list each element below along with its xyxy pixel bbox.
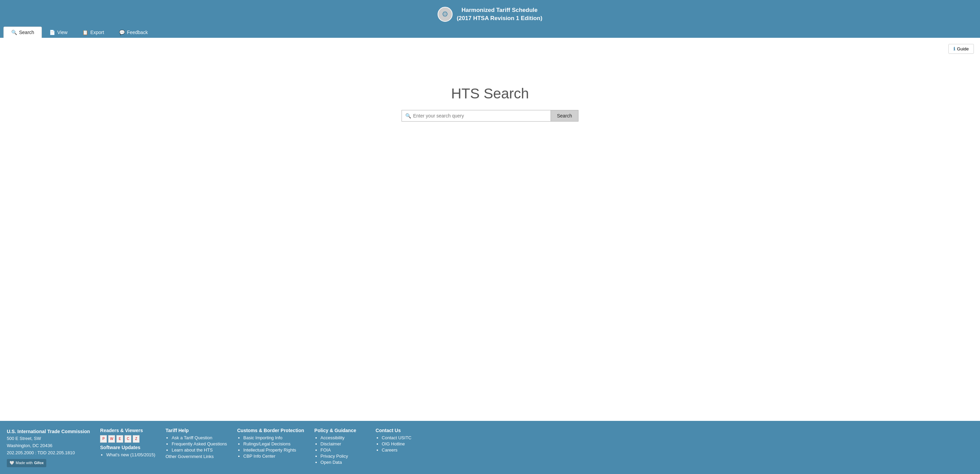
made-with-badge: 🤍 Made with Gifox — [7, 459, 46, 467]
tab-search[interactable]: 🔍 Search — [3, 27, 42, 38]
header-line2: (2017 HTSA Revision 1 Edition) — [457, 15, 542, 21]
csv-icon: C — [124, 435, 131, 443]
footer-contact-col: Contact Us Contact USITC OIG Hotline Car… — [375, 428, 427, 467]
tab-feedback-label: Feedback — [127, 30, 148, 35]
other-gov-links[interactable]: Other Government Links — [165, 454, 227, 459]
contact-title: Contact Us — [375, 428, 427, 433]
other-gov-link[interactable]: Other Government Links — [165, 454, 214, 459]
list-item: Learn about the HTS — [172, 447, 227, 453]
list-item: Careers — [382, 447, 427, 453]
footer-arrow — [486, 416, 494, 421]
open-data-link[interactable]: Open Data — [321, 460, 342, 465]
doc-icon: W — [108, 435, 115, 443]
info-icon: ℹ — [953, 46, 955, 51]
address2: Washington, DC 20436 — [7, 442, 90, 450]
list-item: Ask a Tariff Question — [172, 435, 227, 440]
careers-link[interactable]: Careers — [382, 447, 398, 453]
gifox-label: Gifox — [34, 460, 43, 466]
list-item: Rulings/Legal Decisions — [243, 441, 304, 447]
zip-icon: Z — [133, 435, 140, 443]
org-name: U.S. International Trade Commission — [7, 428, 90, 435]
software-updates-list: What's new (11/05/2015) — [100, 452, 155, 457]
header: ⚙ Harmonized Tariff Schedule (2017 HTSA … — [0, 0, 980, 38]
search-button[interactable]: Search — [550, 110, 579, 121]
customs-title: Customs & Border Protection — [237, 428, 304, 433]
header-title-block: ⚙ Harmonized Tariff Schedule (2017 HTSA … — [438, 3, 542, 26]
export-icon: 📋 — [82, 30, 88, 35]
whats-new-link[interactable]: What's new (11/05/2015) — [106, 452, 155, 457]
search-input-wrapper: 🔍 — [401, 110, 550, 121]
contact-usitc-link[interactable]: Contact USITC — [382, 435, 411, 440]
readers-title: Readers & Viewers — [100, 428, 155, 433]
search-icon: 🔍 — [11, 30, 17, 35]
pdf-icon: P — [100, 435, 107, 443]
list-item: OIG Hotline — [382, 441, 427, 447]
list-item: Accessibility — [321, 435, 366, 440]
list-item: Privacy Policy — [321, 453, 366, 459]
list-item: Intellectual Property Rights — [243, 447, 304, 453]
search-bar: 🔍 Search — [401, 110, 579, 121]
ipr-link[interactable]: Intellectual Property Rights — [243, 447, 296, 453]
xls-icon: E — [116, 435, 123, 443]
faq-link[interactable]: Frequently Asked Questions — [172, 441, 227, 447]
list-item: Contact USITC — [382, 435, 427, 440]
tab-view-label: View — [57, 30, 67, 35]
made-with-label: Made with — [16, 460, 33, 466]
search-input[interactable] — [413, 113, 547, 118]
view-icon: 📄 — [49, 30, 55, 35]
feedback-icon: 💬 — [119, 30, 125, 35]
contact-list: Contact USITC OIG Hotline Careers — [375, 435, 427, 453]
software-updates-title: Software Updates — [100, 445, 155, 450]
oig-hotline-link[interactable]: OIG Hotline — [382, 441, 405, 447]
accessibility-link[interactable]: Accessibility — [321, 435, 345, 440]
search-magnifier-icon: 🔍 — [405, 113, 411, 118]
footer-usitc-col: U.S. International Trade Commission 500 … — [7, 428, 90, 467]
policy-list: Accessibility Disclaimer FOIA Privacy Po… — [314, 435, 366, 465]
foia-link[interactable]: FOIA — [321, 447, 331, 453]
footer-address: U.S. International Trade Commission 500 … — [7, 428, 90, 467]
guide-button[interactable]: ℹ Guide — [948, 44, 974, 54]
guide-label: Guide — [957, 46, 969, 51]
tab-search-label: Search — [19, 30, 34, 35]
footer-customs-col: Customs & Border Protection Basic Import… — [237, 428, 304, 467]
phone: 202.205.2000 : TDD 202.205.1810 — [7, 450, 90, 456]
tariff-help-list: Ask a Tariff Question Frequently Asked Q… — [165, 435, 227, 453]
list-item: Open Data — [321, 460, 366, 465]
reader-icons: P W E C Z — [100, 435, 155, 443]
tab-feedback[interactable]: 💬 Feedback — [111, 27, 155, 38]
list-item: CBP Info Center — [243, 453, 304, 459]
list-item: FOIA — [321, 447, 366, 453]
customs-list: Basic Importing Info Rulings/Legal Decis… — [237, 435, 304, 459]
main-content: ℹ Guide HTS Search 🔍 Search — [0, 38, 980, 421]
tab-export-label: Export — [90, 30, 104, 35]
rulings-link[interactable]: Rulings/Legal Decisions — [243, 441, 291, 447]
footer-readers-col: Readers & Viewers P W E C Z Software Upd… — [100, 428, 155, 467]
search-section: HTS Search 🔍 Search — [7, 85, 973, 121]
tab-view[interactable]: 📄 View — [42, 27, 75, 38]
list-item: Frequently Asked Questions — [172, 441, 227, 447]
usitc-seal: ⚙ — [438, 7, 453, 22]
footer: U.S. International Trade Commission 500 … — [0, 421, 980, 474]
list-item: Basic Importing Info — [243, 435, 304, 440]
learn-hts-link[interactable]: Learn about the HTS — [172, 447, 213, 453]
privacy-link[interactable]: Privacy Policy — [321, 453, 348, 459]
footer-tariff-col: Tariff Help Ask a Tariff Question Freque… — [165, 428, 227, 467]
nav-tabs: 🔍 Search 📄 View 📋 Export 💬 Feedback — [0, 27, 980, 38]
address1: 500 E Street, SW — [7, 435, 90, 442]
list-item: What's new (11/05/2015) — [106, 452, 155, 457]
basic-importing-link[interactable]: Basic Importing Info — [243, 435, 282, 440]
disclaimer-link[interactable]: Disclaimer — [321, 441, 341, 447]
header-line1: Harmonized Tariff Schedule — [461, 7, 538, 13]
policy-title: Policy & Guidance — [314, 428, 366, 433]
header-title-text: Harmonized Tariff Schedule (2017 HTSA Re… — [457, 6, 542, 22]
heart-icon: 🤍 — [10, 460, 14, 466]
footer-policy-col: Policy & Guidance Accessibility Disclaim… — [314, 428, 366, 467]
cbp-info-link[interactable]: CBP Info Center — [243, 453, 275, 459]
tab-export[interactable]: 📋 Export — [75, 27, 111, 38]
hts-search-title: HTS Search — [451, 85, 529, 102]
tariff-help-title: Tariff Help — [165, 428, 227, 433]
list-item: Disclaimer — [321, 441, 366, 447]
ask-tariff-link[interactable]: Ask a Tariff Question — [172, 435, 212, 440]
